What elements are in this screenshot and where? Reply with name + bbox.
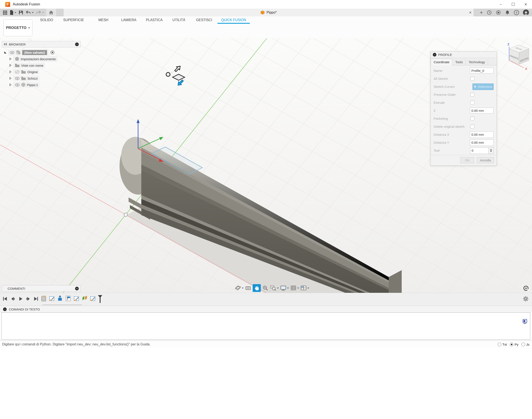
timeline-skip-end-icon[interactable]	[33, 296, 39, 302]
pan-tool[interactable]	[253, 284, 261, 292]
mode-txt[interactable]: Txt	[498, 343, 507, 346]
root-document-name[interactable]: (Non salvato)	[22, 50, 47, 55]
viewport-canvas[interactable]: BROWSER − (Non salvato) Impostazioni doc…	[0, 38, 532, 293]
chevron-down-icon[interactable]	[242, 288, 244, 289]
home-view-button[interactable]	[46, 9, 56, 16]
tab-utilita[interactable]: UTILITÀ	[167, 18, 191, 24]
browser-item-body[interactable]: Pippo:1	[2, 81, 81, 88]
assistant-icon[interactable]	[523, 285, 529, 291]
comments-header[interactable]: COMMENTI +	[2, 285, 81, 292]
comments-expand-icon[interactable]: +	[75, 287, 79, 290]
chevron-down-icon[interactable]	[307, 288, 309, 289]
preserve-order-checkbox[interactable]	[470, 92, 474, 97]
eye-icon[interactable]	[15, 83, 20, 87]
z-input[interactable]	[470, 108, 493, 114]
chevron-down-icon[interactable]	[297, 288, 299, 289]
timeline-feature-component-icon[interactable]	[40, 295, 47, 302]
eye-icon[interactable]	[10, 51, 14, 54]
tool-spinner[interactable]	[489, 147, 493, 154]
profile-dialog-header[interactable]: − PROFILE	[431, 52, 497, 58]
dialog-tab-technology[interactable]: Technology	[466, 59, 488, 65]
project-menu-button[interactable]: PROGETTO	[3, 19, 32, 36]
browser-root-row[interactable]: (Non salvato)	[2, 49, 81, 56]
zoom-tool[interactable]	[262, 285, 269, 291]
timeline-feature-sketch-icon[interactable]	[48, 295, 55, 302]
look-at-tool[interactable]	[245, 285, 251, 291]
help-icon[interactable]: ?	[514, 10, 519, 15]
tab-quick-fusion[interactable]: QUICK FUSION	[218, 18, 250, 24]
radio-txt[interactable]	[498, 343, 501, 346]
document-tab[interactable]: Pippo* ✕	[64, 9, 474, 16]
close-tab-icon[interactable]: ✕	[469, 9, 472, 16]
browser-item-origin[interactable]: Origine	[2, 69, 81, 75]
view-cube[interactable]: ALTO FRONTE DESTRA Z X	[506, 41, 532, 71]
grid-snap-tool[interactable]	[290, 285, 299, 291]
notifications-bell-icon[interactable]	[505, 10, 510, 15]
minimize-button[interactable]: –	[494, 0, 507, 9]
timeline-feature-slabs-icon[interactable]	[81, 295, 88, 302]
expander-icon[interactable]	[9, 64, 12, 67]
tab-solido[interactable]: SOLIDO	[37, 18, 56, 24]
command-prompt-text[interactable]: Digitare qui i comandi di Python. Digita…	[0, 342, 498, 346]
chevron-down-icon[interactable]	[277, 288, 279, 289]
tab-lamiera[interactable]: LAMIERA	[116, 18, 142, 24]
expander-icon[interactable]	[9, 83, 12, 86]
eye-hidden-icon[interactable]	[15, 70, 20, 74]
expander-icon[interactable]	[9, 57, 12, 60]
expander-icon[interactable]	[9, 77, 12, 80]
timeline-position-marker[interactable]	[98, 295, 103, 303]
save-icon[interactable]	[19, 10, 23, 15]
distanza-x-input[interactable]	[470, 131, 493, 138]
timeline-settings-gear-icon[interactable]	[523, 296, 529, 302]
timeline-feature-extrude-icon[interactable]	[56, 295, 64, 302]
eye-icon[interactable]	[15, 77, 20, 80]
radio-js[interactable]	[521, 343, 525, 346]
distanza-y-input[interactable]	[470, 139, 493, 146]
timeline-feature-flag-icon[interactable]	[65, 295, 72, 302]
text-commands-header[interactable]: − COMANDI DI TESTO	[0, 306, 532, 313]
browser-item-named-views[interactable]: Viste con nome	[2, 62, 81, 69]
timeline-feature-sketch-icon[interactable]	[73, 295, 80, 302]
text-commands-output[interactable]	[1, 313, 530, 340]
timeline-skip-start-icon[interactable]	[2, 296, 8, 302]
sync-status-icon[interactable]	[487, 10, 492, 15]
tool-input[interactable]	[470, 147, 489, 154]
browser-minimize-icon[interactable]: −	[75, 42, 79, 46]
job-status-icon[interactable]	[496, 10, 501, 15]
mode-js[interactable]: Js	[521, 343, 529, 346]
zoom-window-tool[interactable]	[270, 285, 279, 291]
docked-window-icon[interactable]	[523, 319, 527, 324]
dialog-tab-tools[interactable]: Tools	[452, 59, 466, 65]
chevron-down-icon[interactable]	[287, 288, 289, 289]
orbit-tool[interactable]	[235, 285, 244, 291]
close-button[interactable]: ✕	[519, 0, 532, 9]
dialog-minimize-icon[interactable]: −	[433, 53, 436, 56]
seleziona-button[interactable]: Seleziona	[472, 83, 493, 90]
delete-original-checkbox[interactable]	[470, 124, 474, 129]
text-commands-minimize-icon[interactable]: −	[3, 307, 7, 311]
expander-open-icon[interactable]	[4, 51, 6, 53]
collapse-panel-icon[interactable]	[3, 43, 8, 46]
name-input[interactable]	[470, 68, 493, 74]
new-tab-icon[interactable]: +	[480, 10, 483, 15]
undo-icon[interactable]	[26, 10, 34, 15]
pocketing-checkbox[interactable]	[470, 117, 474, 121]
expander-icon[interactable]	[9, 70, 12, 73]
annulla-button[interactable]: Annulla	[477, 157, 494, 163]
tab-gestisci[interactable]: GESTISCI	[191, 18, 218, 24]
app-grid-icon[interactable]	[3, 10, 7, 15]
maximize-button[interactable]	[507, 0, 519, 9]
extrude-checkbox[interactable]	[470, 101, 474, 105]
tab-mesh[interactable]: MESH	[91, 18, 116, 24]
ok-button[interactable]: OK	[460, 157, 474, 163]
timeline-feature-sketch-icon[interactable]	[89, 295, 96, 302]
browser-header[interactable]: BROWSER −	[2, 41, 81, 47]
radio-py-selected[interactable]	[510, 343, 513, 346]
display-settings-tool[interactable]	[280, 285, 289, 291]
tab-plastica[interactable]: PLASTICA	[142, 18, 167, 24]
timeline-step-forward-icon[interactable]	[26, 296, 31, 302]
file-menu-icon[interactable]	[10, 10, 16, 15]
timeline-play-icon[interactable]	[18, 296, 23, 302]
browser-item-doc-settings[interactable]: Impostazioni documento	[2, 56, 81, 62]
user-avatar[interactable]	[523, 10, 529, 15]
